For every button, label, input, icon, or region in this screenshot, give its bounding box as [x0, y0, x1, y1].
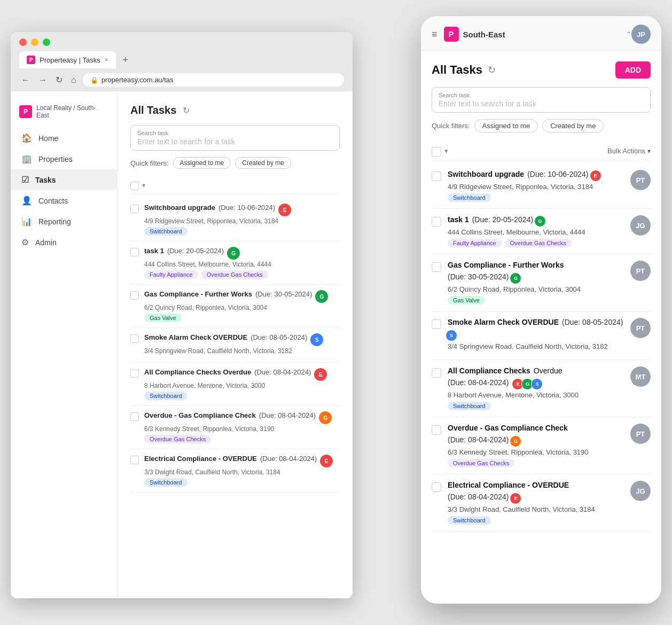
- mobile-task-title-row: Overdue - Gas Compliance Check(Due: 08-0…: [448, 424, 624, 447]
- sidebar-item-tasks[interactable]: ☑ Tasks: [11, 169, 117, 190]
- hamburger-icon[interactable]: ≡: [432, 29, 437, 40]
- search-input[interactable]: Enter text to search for a task: [137, 137, 333, 146]
- mobile-task-title-row: All Compliance Checks Overdue(Due: 08-04…: [448, 366, 624, 390]
- task-due-date: (Due: 10-06-2024): [218, 204, 275, 212]
- task-checkbox[interactable]: [130, 334, 139, 343]
- page-title-row: All Tasks ↻: [130, 104, 340, 116]
- task-info: Smoke Alarm Check OVERDUE (Due: 08-05-20…: [144, 333, 340, 357]
- mobile-task-tags: Switchboard: [448, 193, 624, 202]
- task-tag: Switchboard: [144, 392, 187, 400]
- traffic-light-yellow[interactable]: [31, 38, 38, 46]
- task-address: 3/4 Springview Road, Caulfield North, Vi…: [144, 347, 340, 355]
- sidebar-item-home[interactable]: 🏠 Home: [11, 128, 117, 149]
- mobile-task-checkbox[interactable]: [432, 482, 441, 492]
- task-title: task 1: [144, 247, 164, 255]
- filter-created-by-me[interactable]: Created by me: [235, 157, 291, 169]
- mobile-task-title: Electrical Compliance - OVERDUE: [448, 481, 569, 489]
- forward-button[interactable]: →: [36, 73, 49, 87]
- mobile-task-title: Gas Compliance - Further Works: [448, 261, 564, 269]
- mobile-task-item: Overdue - Gas Compliance Check(Due: 08-0…: [432, 417, 651, 474]
- refresh-tasks-icon[interactable]: ↻: [183, 105, 190, 115]
- search-label: Search task: [137, 130, 168, 136]
- task-tag: Switchboard: [144, 478, 187, 487]
- mobile-task-address: 4/9 Ridgeview Street, Ripponlea, Victori…: [448, 183, 624, 191]
- browser-tab[interactable]: P Properteasy | Tasks ×: [19, 51, 116, 68]
- assignee-avatar: S: [446, 330, 457, 341]
- mobile-task-tags: Switchboard: [448, 516, 624, 525]
- add-task-button[interactable]: ADD: [615, 61, 651, 79]
- mobile-filters-row: Quick filters: Assigned to me Created by…: [432, 119, 651, 132]
- contacts-icon: 👤: [21, 196, 32, 206]
- task-tag: Overdue Gas Checks: [144, 435, 211, 443]
- task-title: Smoke Alarm Check OVERDUE: [144, 333, 247, 341]
- task-tags: Switchboard: [144, 392, 340, 400]
- main-content: All Tasks ↻ Search task Enter text to se…: [118, 91, 353, 598]
- mobile-task-due-label: Overdue: [534, 366, 562, 375]
- mobile-task-pt-avatar: PT: [630, 318, 651, 338]
- mobile-search-label: Search task: [439, 92, 470, 98]
- task-checkbox[interactable]: [130, 456, 139, 464]
- mobile-task-checkbox[interactable]: [432, 319, 441, 329]
- mobile-task-address: 8 Harbort Avenue, Mentone, Victoria, 300…: [448, 391, 624, 399]
- mobile-chevron-down-icon[interactable]: ▾: [444, 147, 448, 155]
- mobile-filter-assigned[interactable]: Assigned to me: [474, 119, 538, 132]
- tab-close-button[interactable]: ×: [105, 56, 108, 64]
- mobile-select-all-checkbox[interactable]: [432, 147, 441, 157]
- mobile-task-info: All Compliance Checks Overdue(Due: 08-04…: [448, 366, 624, 410]
- task-info: Overdue - Gas Compliance Check (Due: 08-…: [144, 411, 340, 443]
- home-button[interactable]: ⌂: [69, 73, 79, 87]
- sidebar-item-home-label: Home: [38, 134, 58, 143]
- mobile-task-checkbox[interactable]: [432, 262, 441, 272]
- chevron-down-icon[interactable]: ▾: [142, 182, 145, 189]
- mobile-task-checkbox[interactable]: [432, 368, 441, 378]
- address-bar-row: ← → ↻ ⌂ 🔒 properteasy.com.au/tas: [19, 68, 344, 91]
- mobile-refresh-icon[interactable]: ↻: [488, 64, 496, 76]
- task-assignee-avatar: E: [320, 455, 333, 467]
- mobile-task-checkbox[interactable]: [432, 171, 441, 181]
- sidebar-item-admin[interactable]: ⚙ Admin: [11, 232, 117, 253]
- task-info: Gas Compliance - Further Works (Due: 30-…: [144, 290, 340, 322]
- reporting-icon: 📊: [21, 216, 32, 226]
- sidebar-item-properties[interactable]: 🏢 Properties: [11, 149, 117, 169]
- app-content: P Local Realty / South-East 🏠 Home 🏢 Pro…: [11, 91, 353, 598]
- filter-assigned-to-me[interactable]: Assigned to me: [173, 157, 231, 169]
- task-title: All Compliance Checks Overdue: [144, 368, 251, 376]
- task-checkbox[interactable]: [130, 248, 139, 256]
- mobile-task-info: Gas Compliance - Further Works(Due: 30-0…: [448, 261, 624, 304]
- task-checkbox[interactable]: [130, 291, 139, 300]
- traffic-light-green[interactable]: [43, 38, 50, 46]
- traffic-light-red[interactable]: [19, 38, 27, 46]
- mobile-task-title: All Compliance Checks: [448, 366, 530, 375]
- mobile-task-title: Switchboard upgrade: [448, 170, 524, 178]
- admin-icon: ⚙: [21, 237, 29, 247]
- mobile-main: All Tasks ↻ ADD Search task Enter text t…: [421, 51, 661, 604]
- sidebar-item-contacts[interactable]: 👤 Contacts: [11, 190, 117, 211]
- task-title-row: task 1 (Due: 20-05-2024) G: [144, 247, 340, 260]
- mobile-task-checkbox[interactable]: [432, 425, 441, 435]
- mobile-task-pt-avatar: PT: [630, 424, 651, 444]
- task-tags: Gas Valve: [144, 314, 340, 322]
- mobile-task-title-row: Gas Compliance - Further Works(Due: 30-0…: [448, 261, 624, 284]
- assignee-avatar: S: [531, 378, 543, 390]
- mobile-task-tags: Gas Valve: [448, 296, 624, 304]
- back-button[interactable]: ←: [19, 73, 32, 87]
- address-bar[interactable]: 🔒 properteasy.com.au/tas: [83, 73, 344, 87]
- task-checkbox[interactable]: [130, 369, 139, 378]
- task-title: Gas Compliance - Further Works: [144, 290, 252, 298]
- sidebar-item-admin-label: Admin: [35, 238, 57, 247]
- mobile-task-tag: Switchboard: [448, 193, 491, 202]
- select-all-checkbox[interactable]: [130, 182, 139, 190]
- filters-label: Quick filters:: [130, 159, 169, 167]
- sidebar-item-reporting[interactable]: 📊 Reporting: [11, 211, 117, 232]
- mobile-task-item: All Compliance Checks Overdue(Due: 08-04…: [432, 360, 651, 417]
- task-assignee-avatar: S: [310, 333, 323, 346]
- task-item: Switchboard upgrade (Due: 10-06-2024) E …: [130, 198, 340, 241]
- mobile-task-pt-avatar: PT: [630, 170, 651, 190]
- mobile-search-input[interactable]: Enter text to search for a task: [439, 99, 644, 108]
- task-checkbox[interactable]: [130, 205, 139, 213]
- refresh-button[interactable]: ↻: [53, 73, 65, 87]
- mobile-task-checkbox[interactable]: [432, 217, 441, 226]
- mobile-filter-created[interactable]: Created by me: [542, 119, 604, 132]
- new-tab-button[interactable]: +: [118, 52, 133, 67]
- task-checkbox[interactable]: [130, 412, 139, 421]
